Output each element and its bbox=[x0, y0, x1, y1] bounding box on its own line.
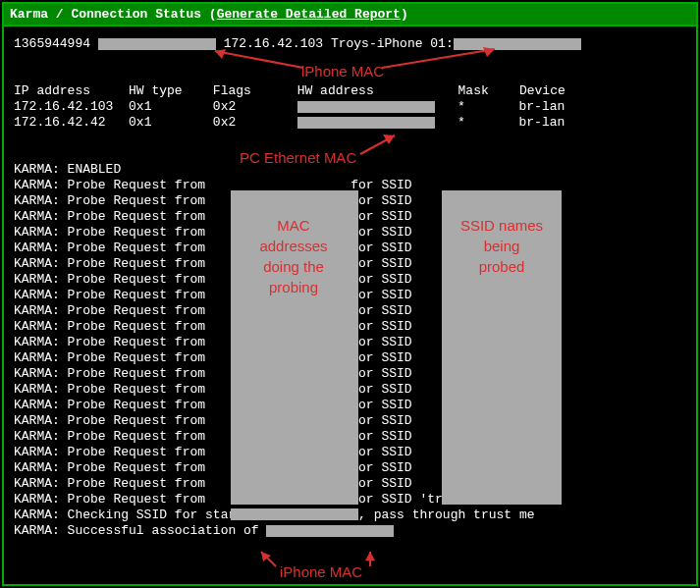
mac-redaction-overlay bbox=[231, 190, 358, 505]
header-bar: Karma / Connection Status (Generate Deta… bbox=[4, 4, 696, 27]
arrow-icon bbox=[251, 549, 281, 568]
col-mask: Mask bbox=[458, 83, 489, 98]
r1-dev: br-lan bbox=[519, 115, 565, 130]
r0-hwtype: 0x1 bbox=[129, 99, 151, 114]
karma-enabled: KARMA: ENABLED bbox=[14, 162, 121, 177]
top-ip: 172.16.42.103 bbox=[224, 36, 323, 51]
r1-mask: * bbox=[458, 115, 465, 130]
r0-dev: br-lan bbox=[519, 99, 565, 114]
r0-mask: * bbox=[458, 99, 465, 114]
top-timestamp: 1365944994 bbox=[14, 36, 90, 51]
r0-flags: 0x2 bbox=[213, 99, 236, 114]
karma-success: KARMA: Successful association of bbox=[14, 523, 259, 538]
annot-iphone-mac-bottom: iPhone MAC bbox=[280, 563, 362, 581]
redacted-bar bbox=[266, 525, 394, 537]
svg-line-6 bbox=[261, 552, 276, 566]
ssid-redaction-overlay bbox=[442, 190, 562, 505]
generate-report-link[interactable]: Generate Detailed Report bbox=[217, 7, 401, 22]
header-title: Karma / Connection Status bbox=[10, 7, 201, 22]
r1-ip: 172.16.42.42 bbox=[14, 115, 106, 130]
col-ip: IP address bbox=[14, 83, 90, 98]
r0-ip: 172.16.42.103 bbox=[14, 99, 113, 114]
col-flags: Flags bbox=[213, 83, 251, 98]
redacted-bar bbox=[297, 117, 435, 129]
r1-hwtype: 0x1 bbox=[129, 115, 151, 130]
col-hwtype: HW type bbox=[129, 83, 183, 98]
redacted-bar bbox=[297, 101, 435, 113]
top-suffix: 01: bbox=[430, 36, 453, 51]
svg-marker-9 bbox=[365, 552, 375, 561]
last-mac-redaction bbox=[231, 508, 358, 520]
top-host: Troys-iPhone bbox=[331, 36, 423, 51]
redacted-bar bbox=[98, 38, 216, 50]
r1-flags: 0x2 bbox=[213, 115, 236, 130]
col-hwaddr: HW address bbox=[297, 83, 374, 98]
svg-marker-7 bbox=[261, 552, 271, 561]
col-device: Device bbox=[519, 83, 565, 98]
redacted-bar bbox=[454, 38, 581, 50]
arrow-icon bbox=[365, 549, 395, 568]
